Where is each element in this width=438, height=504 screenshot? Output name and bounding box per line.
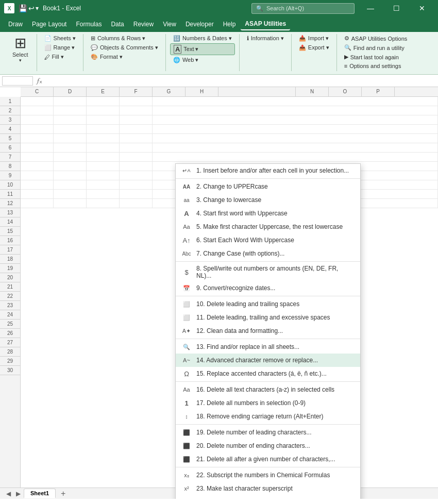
cell-E2[interactable] <box>87 106 120 115</box>
fill-icon: 🖊 <box>44 54 50 60</box>
cell-F2[interactable] <box>120 106 153 115</box>
add-sheet-button[interactable]: + <box>57 488 70 499</box>
col-header-E: E <box>87 87 120 96</box>
text-menu-item-15[interactable]: Ω 15. Replace accented characters (á, ë,… <box>176 367 360 380</box>
sheets-button[interactable]: 📄 Sheets ▾ <box>41 34 79 43</box>
menu-formulas[interactable]: Formulas <box>72 19 106 30</box>
find-run-utility-button[interactable]: 🔍 Find and run a utility <box>341 43 411 52</box>
text-menu-item-9[interactable]: 📅 9. Convert/recognize dates... <box>176 281 360 295</box>
range-button[interactable]: ⬜ Range ▾ <box>41 43 79 52</box>
sheet-nav-left[interactable]: ◀ <box>4 490 13 497</box>
cell-D2[interactable] <box>54 106 87 115</box>
options-settings-icon: ≡ <box>344 63 347 69</box>
export-button[interactable]: 📤 Export ▾ <box>296 43 332 52</box>
menu-view[interactable]: View <box>159 19 180 30</box>
menu-developer[interactable]: Developer <box>181 19 218 30</box>
text-menu-item-2[interactable]: AA 2. Change to UPPERcase <box>176 180 360 193</box>
web-button[interactable]: 🌐 Web ▾ <box>170 56 235 64</box>
text-menu-item-23[interactable]: x² 23. Make last character superscript <box>176 482 360 495</box>
text-menu-item-12[interactable]: A✦ 12. Clean data and formatting... <box>176 324 360 338</box>
sheet-tab-sheet1[interactable]: Sheet1 <box>24 489 56 498</box>
options-settings-label: Options and settings <box>349 63 401 69</box>
title-bar: X 💾 ↩ ▾ Book1 - Excel 🔍 Search (Alt+Q) —… <box>0 0 438 16</box>
sheets-icon: 📄 <box>44 35 52 42</box>
text-label: Text ▾ <box>183 46 198 53</box>
text-menu-item-18[interactable]: ↕ 18. Remove ending carriage return (Alt… <box>176 410 360 423</box>
start-last-tool-button[interactable]: ▶ Start last tool again <box>341 53 411 61</box>
quick-access-undo[interactable]: ↩ <box>28 4 35 12</box>
menu-draw[interactable]: Draw <box>4 19 27 30</box>
row-27: 27 <box>0 338 20 347</box>
quick-access-menu[interactable]: ▾ <box>36 5 39 12</box>
sheet-nav-right[interactable]: ▶ <box>14 490 23 497</box>
select-icon: ⊞ <box>14 36 26 51</box>
text-menu-item-19[interactable]: ⬛ 19. Delete number of leading character… <box>176 426 360 439</box>
minimize-button[interactable]: — <box>359 0 382 16</box>
information-button[interactable]: ℹ Information ▾ <box>244 34 287 43</box>
row-13: 13 <box>0 208 20 217</box>
cell-C3[interactable] <box>21 115 54 124</box>
row-15: 15 <box>0 227 20 236</box>
row-1: 1 <box>0 97 20 106</box>
title-search-box[interactable]: 🔍 Search (Alt+Q) <box>251 3 355 14</box>
row-21: 21 <box>0 282 20 292</box>
text-menu-item-13[interactable]: 🔍 13. Find and/or replace in all sheets.… <box>176 340 360 354</box>
text-menu-item-24[interactable]: x₂ 24. Make last character subscript <box>176 495 360 499</box>
text-menu-item-16[interactable]: Aa 16. Delete all text characters (a-z) … <box>176 383 360 396</box>
cell-F1[interactable] <box>120 97 153 106</box>
text-menu-text-18: 18. Remove ending carriage return (Alt+E… <box>196 413 355 420</box>
text-menu-item-1[interactable]: ↵A 1. Insert before and/or after each ce… <box>176 164 360 177</box>
grid-row-1 <box>21 97 438 106</box>
text-menu-text-17: 17. Delete all numbers in selection (0-9… <box>196 399 355 407</box>
text-menu-item-4[interactable]: A 4. Start first word with Uppercase <box>176 207 360 220</box>
quick-access-save[interactable]: 💾 <box>19 4 27 12</box>
asap-utilities-options-button[interactable]: ⚙ ASAP Utilities Options <box>341 34 411 43</box>
formula-input[interactable] <box>46 78 436 84</box>
cell-C2[interactable] <box>21 106 54 115</box>
text-menu-item-17[interactable]: 1 17. Delete all numbers in selection (0… <box>176 396 360 410</box>
text-menu-text-16: 16. Delete all text characters (a-z) in … <box>196 386 355 393</box>
grid-row-2 <box>21 106 438 115</box>
text-menu-item-14[interactable]: A~ 14. Advanced character remove or repl… <box>176 354 360 367</box>
options-settings-button[interactable]: ≡ Options and settings <box>341 62 411 70</box>
text-menu-item-21[interactable]: ⬛ 21. Delete all after a given number of… <box>176 452 360 466</box>
select-button[interactable]: ⊞ Select ▾ <box>8 34 32 65</box>
text-menu-item-5[interactable]: Aa 5. Make first character Uppercase, th… <box>176 220 360 233</box>
close-button[interactable]: ✕ <box>410 0 434 16</box>
menu-review[interactable]: Review <box>129 19 158 30</box>
col-header-H: H <box>186 87 218 96</box>
numbers-dates-button[interactable]: 🔢 Numbers & Dates ▾ <box>170 34 235 43</box>
text-menu-item-11[interactable]: ⬜ 11. Delete leading, trailing and exces… <box>176 311 360 324</box>
cell-C1[interactable] <box>21 97 54 106</box>
menu-data[interactable]: Data <box>107 19 128 30</box>
row-29: 29 <box>0 357 20 366</box>
col-header-N: N <box>296 87 329 96</box>
cell-rest-1[interactable] <box>153 97 438 106</box>
menu-page-layout[interactable]: Page Layout <box>28 19 71 30</box>
numbers-dates-label: Numbers & Dates ▾ <box>182 35 232 42</box>
cell-reference-box[interactable] <box>2 76 33 86</box>
text-menu-item-6[interactable]: A↑ 6. Start Each Word With Uppercase <box>176 233 360 247</box>
maximize-button[interactable]: ☐ <box>384 0 408 16</box>
format-button[interactable]: 🎨 Format ▾ <box>88 53 161 61</box>
menu-help[interactable]: Help <box>219 19 240 30</box>
text-menu-item-10[interactable]: ⬜ 10. Delete leading and trailing spaces <box>176 297 360 311</box>
import-button[interactable]: 📥 Import ▾ <box>296 34 332 43</box>
text-menu-item-8[interactable]: $ 8. Spell/write out numbers or amounts … <box>176 263 360 281</box>
text-menu-item-20[interactable]: ⬛ 20. Delete number of ending characters… <box>176 439 360 452</box>
text-button[interactable]: A Text ▾ <box>170 43 235 55</box>
cell-rest-2[interactable] <box>153 106 438 115</box>
text-menu-item-7[interactable]: Abc 7. Change Case (with options)... <box>176 247 360 260</box>
text-menu-item-3[interactable]: aa 3. Change to lowercase <box>176 193 360 207</box>
cell-E1[interactable] <box>87 97 120 106</box>
text-menu-text-10: 10. Delete leading and trailing spaces <box>196 300 355 308</box>
menu-asap-utilities[interactable]: ASAP Utilities <box>241 18 290 30</box>
text-menu-icon-4: A <box>181 209 192 218</box>
text-menu-icon-23: x² <box>181 484 192 493</box>
objects-comments-button[interactable]: 💬 Objects & Comments ▾ <box>88 43 161 52</box>
asap-group-information-top: ℹ Information ▾ <box>244 34 287 70</box>
cell-D1[interactable] <box>54 97 87 106</box>
text-menu-item-22[interactable]: x₂ 22. Subscript the numbers in Chemical… <box>176 468 360 482</box>
columns-rows-button[interactable]: ⊞ Columns & Rows ▾ <box>88 34 161 43</box>
fill-button[interactable]: 🖊 Fill ▾ <box>41 53 79 61</box>
